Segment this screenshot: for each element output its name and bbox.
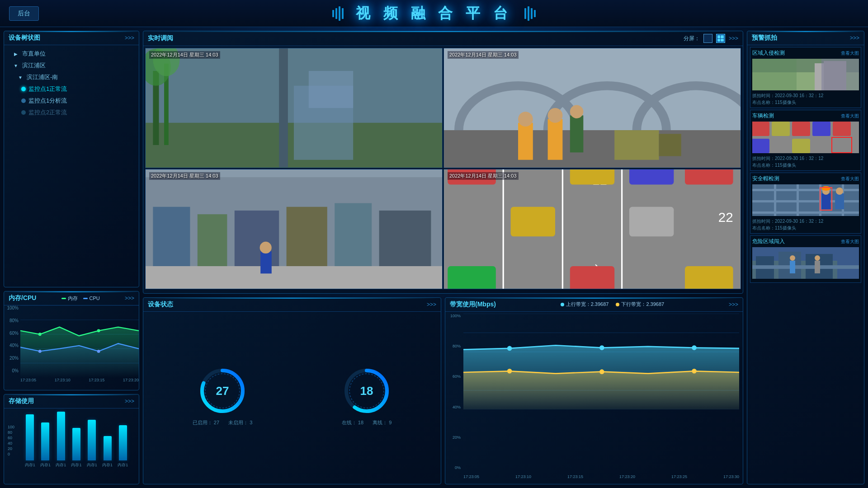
video-cell-2[interactable]: 2022年12月14日 星期三 14:03 [443,48,741,168]
storage-y-axis: 100 80 60 40 20 0 [8,425,14,456]
video-cell-1[interactable]: 2022年12月14日 星期三 14:03 [145,48,443,168]
tree-item-label: 监控点2正常流 [28,108,67,117]
svg-rect-43 [153,207,190,266]
tree-item-monitor2-normal[interactable]: 监控点2正常流 [8,107,135,118]
split-4-icon[interactable] [716,34,725,43]
svg-rect-116 [821,193,830,209]
bw-legend-up-label: 上行带宽：2.39687 [566,301,609,308]
bw-legend-dot-up [561,303,564,306]
video-cell-3[interactable]: 2022年12月14日 星期三 14:03 [145,169,443,289]
status-dot-inactive [21,110,26,115]
status-dot-active [21,87,26,91]
chart-y-axis: 100% 80% 60% 40% 20% 0% [4,305,20,373]
gauge-online: 18 在线： 18 离线： [342,366,392,426]
svg-rect-69 [448,266,496,289]
alert-intrusion-view-btn[interactable]: 查看大图 [841,50,859,56]
cpu-memory-svg [20,305,139,377]
tree-item-binjiang-south[interactable]: ▼ 滨江浦区-南 [8,71,135,83]
cpu-memory-more[interactable]: >>> [125,295,134,301]
alert-helmet-view-btn[interactable]: 查看大图 [841,176,859,182]
chart-legend: 内存 CPU [61,295,100,302]
svg-point-10 [38,350,42,353]
alert-helmet-title: 安全帽检测 [752,175,779,183]
svg-rect-70 [570,266,614,289]
gauge-offline-count: 离线： 9 [373,419,392,426]
deco-bar [528,6,529,21]
alert-item-vehicle-header: 车辆检测 查看大图 [752,112,859,120]
deco-bar [335,8,337,19]
svg-point-91 [692,369,697,374]
bandwidth-panel: 带宽使用(Mbps) 上行带宽：2.39687 下行带宽：2.39687 >>> [445,297,743,484]
legend-dot-memory [61,298,66,299]
alert-item-intrusion: 区域入侵检测 查看大图 抓拍时间：2022-09-30 16：32：12 [750,47,861,108]
svg-rect-38 [146,266,442,289]
svg-rect-99 [752,122,769,136]
legend-dot-cpu [83,298,88,299]
realtime-monitor-title: 实时调阅 [148,34,173,42]
device-status-more[interactable]: >>> [427,301,436,308]
svg-rect-46 [287,207,327,266]
device-tree-content: ▶ 市直单位 ▼ 滨江浦区 ▼ 滨江浦区-南 监控点1正常流 监控点1分 [4,45,139,121]
svg-rect-15 [279,48,288,167]
legend-memory-label: 内存 [68,295,78,302]
svg-rect-28 [444,130,741,168]
chart-x-axis: 17:23:05 17:23:10 17:23:15 17:23:20 [20,378,139,382]
bottom-center: 设备状态 >>> [143,297,743,484]
device-tree-more[interactable]: >>> [125,35,134,41]
storage-bar-group: 内存1 [118,425,128,468]
tree-item-binjiang[interactable]: ▼ 滨江浦区 [8,60,135,71]
realtime-monitor-more[interactable]: >>> [729,35,738,42]
storage-bar-label: 内存1 [71,462,81,468]
alert-danger-view-btn[interactable]: 查看大图 [841,239,859,245]
gauge-enabled-svg-wrap: 27 [198,366,247,416]
storage-bar-group: 内存1 [102,436,113,468]
svg-text:22: 22 [718,209,733,224]
device-status-header: 设备状态 >>> [143,298,441,312]
storage-bar [104,436,112,460]
video-timestamp-2: 2022年12月14日 星期三 14:03 [448,51,519,59]
video-cell-4[interactable]: 2022年12月14日 星期三 14:03 → STOP [443,169,741,289]
alert-vehicle-view-btn[interactable]: 查看大图 [841,113,859,119]
tree-item-monitor1-normal[interactable]: 监控点1正常流 [8,83,135,95]
split-1-icon[interactable] [703,34,712,43]
tree-item-monitor1-analysis[interactable]: 监控点1分析流 [8,95,135,107]
storage-bar-label: 内存1 [102,462,113,468]
deco-bar [342,8,344,19]
svg-rect-36 [659,134,681,156]
alert-panel-more[interactable]: >>> [850,35,859,41]
svg-point-8 [38,333,42,336]
bw-legend-down-label: 下行带宽：2.39687 [621,301,664,308]
svg-rect-64 [685,169,733,185]
svg-rect-33 [570,115,584,152]
storage-more[interactable]: >>> [125,398,134,404]
svg-rect-49 [260,251,272,273]
gauge-online-svg-wrap: 18 [342,366,392,416]
back-button[interactable]: 后台 [9,6,39,21]
tree-item-city[interactable]: ▶ 市直单位 [8,48,135,60]
svg-point-86 [507,346,512,351]
svg-rect-129 [790,261,795,273]
storage-bar [41,422,49,460]
storage-bar [72,428,80,460]
legend-cpu: CPU [83,296,100,301]
alert-vehicle-title: 车辆检测 [752,112,774,120]
alert-item-helmet: 安全帽检测 查看大图 [750,173,861,234]
bandwidth-title: 带宽使用(Mbps) [450,300,496,309]
bandwidth-chart: 100% 80% 60% 40% 20% 0% [445,312,743,481]
svg-rect-106 [833,139,851,153]
legend-memory: 内存 [61,295,78,302]
svg-rect-31 [548,119,563,160]
tree-expand-icon: ▼ [12,62,19,69]
alert-vehicle-time: 抓拍时间：2022-09-30 16：32：12 [752,155,859,162]
right-column: 预警抓拍 >>> 区域入侵检测 查看大图 [747,31,864,484]
alert-intrusion-image [752,59,859,90]
bandwidth-header: 带宽使用(Mbps) 上行带宽：2.39687 下行带宽：2.39687 >>> [445,298,743,312]
bandwidth-more[interactable]: >>> [729,301,738,308]
alert-helmet-meta: 抓拍时间：2022-09-30 16：32：12 布点名称：115摄像头 [752,218,859,231]
storage-bar-group: 内存1 [87,420,97,468]
tree-item-label: 监控点1正常流 [28,85,67,93]
alert-helmet-image [752,184,859,216]
alert-intrusion-title: 区域入侵检测 [752,49,785,57]
alert-intrusion-camera: 布点名称：115摄像头 [752,99,859,106]
page-title: 视 频 融 合 平 台 [356,4,512,23]
